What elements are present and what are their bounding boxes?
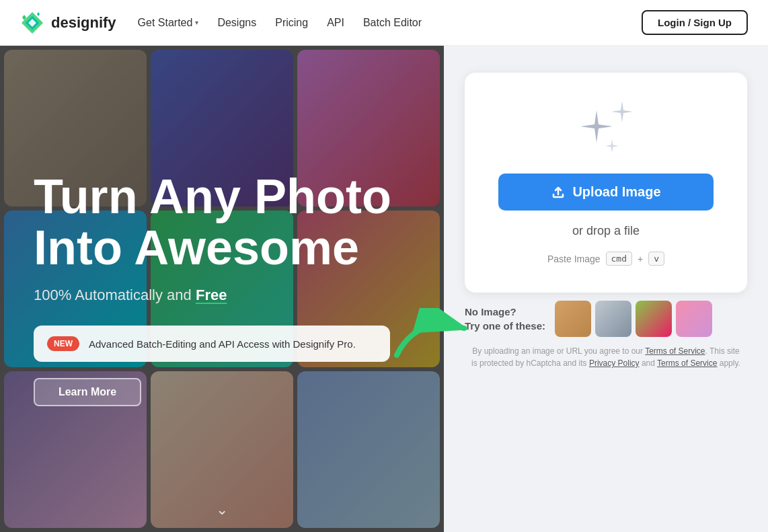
right-panel: Upload Image or drop a file Paste Image … bbox=[444, 46, 768, 532]
hero-section: Turn Any Photo Into Awesome 100% Automat… bbox=[0, 46, 444, 532]
terms-of-service-link[interactable]: Terms of Service bbox=[645, 346, 705, 356]
drop-file-text: or drop a file bbox=[572, 224, 640, 238]
plus-sign: + bbox=[638, 254, 643, 264]
nav-api[interactable]: API bbox=[327, 17, 344, 29]
svg-marker-4 bbox=[37, 12, 40, 16]
cmd-key: cmd bbox=[606, 252, 632, 266]
no-image-label: No Image?Try one of these: bbox=[465, 305, 545, 333]
learn-more-button[interactable]: Learn More bbox=[34, 378, 141, 406]
sample-thumb-person[interactable] bbox=[636, 301, 672, 337]
paste-row: Paste Image cmd + v bbox=[547, 252, 664, 266]
v-key: v bbox=[648, 252, 664, 266]
sample-thumb-roll[interactable] bbox=[555, 301, 591, 337]
nav-get-started[interactable]: Get Started ▾ bbox=[138, 17, 199, 29]
sparkle-small-icon bbox=[610, 100, 634, 124]
sample-thumbnails bbox=[555, 301, 712, 337]
header: designify Get Started ▾ Designs Pricing … bbox=[0, 0, 768, 46]
scroll-indicator[interactable]: ⌄ bbox=[216, 501, 228, 519]
nav-designs[interactable]: Designs bbox=[217, 17, 256, 29]
logo-icon bbox=[20, 11, 44, 35]
privacy-policy-link[interactable]: Privacy Policy bbox=[589, 358, 640, 368]
terms-text: By uploading an image or URL you agree t… bbox=[471, 345, 740, 369]
logo-text: designify bbox=[51, 14, 116, 32]
sparkle-tiny-icon bbox=[605, 139, 619, 153]
upload-image-button[interactable]: Upload Image bbox=[498, 174, 714, 211]
sample-thumb-car[interactable] bbox=[595, 301, 631, 337]
sample-thumb-woman[interactable] bbox=[676, 301, 712, 337]
terms-of-service-link-2[interactable]: Terms of Service bbox=[657, 358, 717, 368]
header-left: designify Get Started ▾ Designs Pricing … bbox=[20, 11, 422, 35]
upload-card: Upload Image or drop a file Paste Image … bbox=[465, 73, 747, 293]
paste-label: Paste Image bbox=[547, 254, 601, 264]
main-nav: Get Started ▾ Designs Pricing API Batch … bbox=[138, 17, 422, 29]
upload-icon bbox=[551, 185, 566, 200]
sparkles-icon bbox=[572, 100, 640, 153]
promo-text: Advanced Batch-Editing and API Access wi… bbox=[89, 337, 356, 351]
new-promo-banner: NEW Advanced Batch-Editing and API Acces… bbox=[34, 326, 390, 362]
hero-subtitle: 100% Automatically and Free bbox=[34, 287, 410, 304]
main-content: Turn Any Photo Into Awesome 100% Automat… bbox=[0, 46, 768, 532]
new-badge: NEW bbox=[47, 336, 79, 351]
no-image-section: No Image?Try one of these: bbox=[465, 293, 747, 345]
hero-title: Turn Any Photo Into Awesome bbox=[34, 172, 410, 273]
nav-pricing[interactable]: Pricing bbox=[275, 17, 308, 29]
chevron-down-icon: ▾ bbox=[195, 19, 198, 26]
nav-batch-editor[interactable]: Batch Editor bbox=[363, 17, 422, 29]
login-button[interactable]: Login / Sign Up bbox=[642, 10, 748, 35]
logo[interactable]: designify bbox=[20, 11, 116, 35]
hero-text-content: Turn Any Photo Into Awesome 100% Automat… bbox=[0, 46, 444, 532]
